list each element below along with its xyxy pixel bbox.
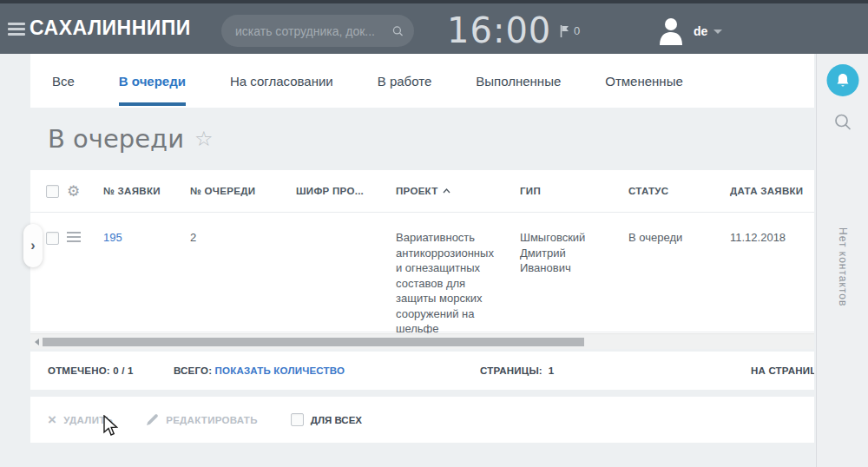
user-menu[interactable]: de	[694, 24, 722, 38]
chevron-down-icon	[713, 30, 722, 34]
col-queue-no[interactable]: № ОЧЕРЕДИ	[190, 186, 296, 196]
cell-gip: Шмыговский Дмитрий Иванович	[520, 230, 607, 276]
hamburger-menu-icon[interactable]	[8, 23, 25, 36]
tab-in-progress[interactable]: В работе	[378, 54, 432, 108]
sidebar-search-icon[interactable]	[833, 113, 852, 131]
global-search-input[interactable]	[235, 24, 392, 38]
col-request-no[interactable]: № ЗАЯВКИ	[103, 186, 190, 196]
row-checkbox[interactable]	[46, 232, 59, 245]
app-header: САХАЛИННИПИ 16:00 0 de	[0, 3, 868, 54]
no-contacts-label: Нет контактов	[837, 227, 849, 306]
for-all-checkbox[interactable]	[291, 413, 304, 426]
cell-request-no[interactable]: 195	[103, 230, 190, 246]
col-date[interactable]: ДАТА ЗАЯВКИ	[730, 186, 814, 196]
show-count-link[interactable]: ПОКАЗАТЬ КОЛИЧЕСТВО	[215, 365, 345, 376]
select-all-checkbox[interactable]	[46, 185, 59, 198]
tab-in-queue[interactable]: В очереди	[119, 54, 186, 108]
marked-counter: ОТМЕЧЕНО: 0 / 1	[48, 365, 134, 376]
col-project[interactable]: ПРОЕКТ	[396, 186, 520, 196]
search-icon[interactable]	[392, 23, 404, 39]
user-avatar-icon[interactable]	[657, 16, 685, 45]
requests-table: ⚙ № ЗАЯВКИ № ОЧЕРЕДИ ШИФР ПРО... ПРОЕКТ …	[30, 170, 814, 349]
app-logo: САХАЛИННИПИ	[30, 16, 191, 40]
gear-icon[interactable]: ⚙	[67, 184, 103, 199]
table-row[interactable]: 195 2 Вариативность антикоррозионных и о…	[30, 213, 814, 332]
horizontal-scrollbar[interactable]	[30, 333, 814, 349]
pages-counter: СТРАНИЦЫ: 1	[480, 365, 554, 376]
notifications-flag[interactable]: 0	[560, 24, 580, 37]
delete-x-icon: ×	[48, 412, 56, 427]
notifications-bell-button[interactable]	[826, 64, 858, 96]
favorite-star-icon[interactable]: ☆	[194, 127, 214, 151]
actions-bar: × УДАЛИТЬ РЕДАКТИРОВАТЬ ДЛЯ ВСЕХ	[30, 397, 814, 443]
page-title: В очереди ☆	[48, 124, 214, 154]
cell-date: 11.12.2018	[730, 230, 814, 246]
per-page-label: НА СТРАНИЦ	[751, 365, 814, 376]
flag-icon	[560, 25, 569, 37]
row-menu-icon[interactable]	[67, 232, 81, 242]
cell-queue-no: 2	[190, 230, 296, 246]
pages-value: 1	[549, 365, 555, 376]
panel-expander[interactable]: ›	[23, 224, 43, 267]
total-counter: ВСЕГО: ПОКАЗАТЬ КОЛИЧЕСТВО	[174, 365, 345, 376]
col-gip[interactable]: ГИП	[520, 186, 628, 196]
pencil-icon	[146, 413, 159, 426]
marked-value: 0 / 1	[113, 365, 133, 376]
delete-button[interactable]: × УДАЛИТЬ	[48, 412, 113, 427]
tab-on-approval[interactable]: На согласовании	[230, 54, 333, 108]
tab-cancelled[interactable]: Отмененные	[605, 54, 683, 108]
header-clock: 16:00	[447, 10, 542, 50]
cell-project: Вариативность антикоррозионных и огнезащ…	[396, 230, 509, 337]
right-sidebar: Нет контактов	[816, 54, 868, 467]
col-cipher[interactable]: ШИФР ПРО...	[296, 186, 396, 196]
bell-icon	[835, 73, 850, 89]
user-name: de	[694, 24, 707, 38]
for-all-option: ДЛЯ ВСЕХ	[291, 413, 362, 426]
cell-status: В очереди	[628, 230, 730, 246]
sort-asc-icon	[443, 188, 450, 194]
table-footer: ОТМЕЧЕНО: 0 / 1 ВСЕГО: ПОКАЗАТЬ КОЛИЧЕСТ…	[30, 352, 814, 390]
global-search[interactable]	[221, 15, 414, 47]
page-title-text: В очереди	[48, 124, 184, 154]
scroll-left-arrow-icon[interactable]	[35, 339, 39, 345]
tab-completed[interactable]: Выполненные	[476, 54, 561, 108]
horizontal-scrollbar-thumb[interactable]	[43, 338, 584, 346]
for-all-label: ДЛЯ ВСЕХ	[311, 415, 362, 425]
col-status[interactable]: СТАТУС	[628, 186, 730, 196]
status-tabs: Все В очереди На согласовании В работе В…	[30, 54, 814, 108]
tab-all[interactable]: Все	[52, 54, 75, 108]
table-header-row: ⚙ № ЗАЯВКИ № ОЧЕРЕДИ ШИФР ПРО... ПРОЕКТ …	[30, 170, 814, 213]
flag-count: 0	[574, 24, 580, 37]
edit-button[interactable]: РЕДАКТИРОВАТЬ	[146, 413, 258, 426]
expander-chevron-icon: ›	[30, 239, 35, 253]
